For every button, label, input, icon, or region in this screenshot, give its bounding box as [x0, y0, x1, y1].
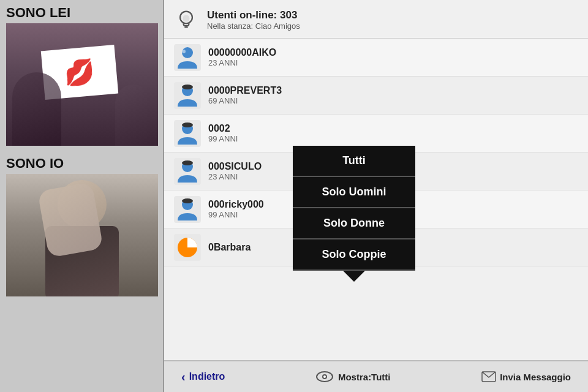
user-info: 0000PREVERT3 69 ANNI [208, 85, 282, 105]
nella-stanza: Nella stanza: Ciao Amigos [207, 21, 300, 31]
dropdown-arrow [343, 271, 365, 282]
envelope-icon [481, 371, 496, 382]
invia-label: Invia Messaggio [500, 372, 571, 382]
user-avatar [174, 44, 201, 71]
lightbulb-icon [174, 7, 198, 32]
user-info: 000SICULO 23 ANNI [208, 161, 262, 181]
right-panel: Utenti on-line: 303 Nella stanza: Ciao A… [164, 0, 588, 392]
user-row[interactable]: 0000PREVERT3 69 ANNI [164, 77, 588, 115]
user-age: 99 ANNI [208, 134, 238, 143]
back-button[interactable]: ‹ Indietro [174, 366, 232, 388]
user-age: 23 ANNI [208, 58, 276, 67]
dropdown-solo-donne[interactable]: Solo Donne [293, 208, 415, 239]
mostra-container[interactable]: Mostra:Tutti [232, 371, 474, 383]
user-name: 000ricky000 [208, 199, 264, 210]
sono-lei-label: SONO LEI [0, 0, 163, 23]
user-name: 0002 [208, 123, 238, 134]
user-age: 23 ANNI [208, 172, 262, 181]
user-age: 99 ANNI [208, 210, 264, 219]
back-icon: ‹ [181, 370, 186, 384]
back-label: Indietro [189, 371, 225, 382]
user-info: 0002 99 ANNI [208, 123, 238, 143]
user-name: 00000000AIKO [208, 47, 276, 58]
dropdown-solo-coppie[interactable]: Solo Coppie [293, 239, 415, 271]
utenti-online: Utenti on-line: 303 [207, 9, 300, 21]
user-age: 69 ANNI [208, 96, 282, 105]
svg-point-5 [182, 50, 186, 53]
invia-messaggio-button[interactable]: Invia Messaggio [474, 368, 578, 386]
dropdown-solo-uomini[interactable]: Solo Uomini [293, 177, 415, 208]
svg-point-17 [182, 198, 193, 203]
header-area: Utenti on-line: 303 Nella stanza: Ciao A… [164, 0, 588, 39]
eye-icon [316, 371, 333, 383]
footer: ‹ Indietro Mostra:Tutti Invia Messaggio [164, 360, 588, 392]
user-name: 0000PREVERT3 [208, 85, 282, 96]
svg-point-11 [182, 123, 193, 127]
user-avatar-barbara [174, 234, 201, 261]
svg-point-14 [182, 160, 193, 165]
sono-lei-photo: 💋 [6, 23, 158, 146]
header-text: Utenti on-line: 303 Nella stanza: Ciao A… [207, 9, 300, 31]
user-info: 000ricky000 99 ANNI [208, 199, 264, 219]
svg-point-22 [323, 375, 326, 378]
user-row[interactable]: 00000000AIKO 23 ANNI [164, 39, 588, 77]
user-info: 00000000AIKO 23 ANNI [208, 47, 276, 67]
user-avatar [174, 120, 201, 147]
lips-icon: 💋 [63, 56, 96, 88]
sono-io-label: SONO IO [0, 151, 163, 174]
user-name: 000SICULO [208, 161, 262, 172]
user-info: 0Barbara [208, 242, 251, 253]
user-name: 0Barbara [208, 242, 251, 253]
mostra-label: Mostra:Tutti [338, 372, 391, 382]
user-avatar [174, 196, 201, 223]
svg-point-8 [182, 85, 193, 89]
sono-io-photo [6, 174, 158, 296]
dropdown-menu: Tutti Solo Uomini Solo Donne Solo Coppie [293, 146, 415, 282]
left-panel: SONO LEI 💋 SONO IO [0, 0, 164, 392]
dropdown-tutti[interactable]: Tutti [293, 146, 415, 177]
user-avatar [174, 82, 201, 109]
user-avatar [174, 158, 201, 185]
